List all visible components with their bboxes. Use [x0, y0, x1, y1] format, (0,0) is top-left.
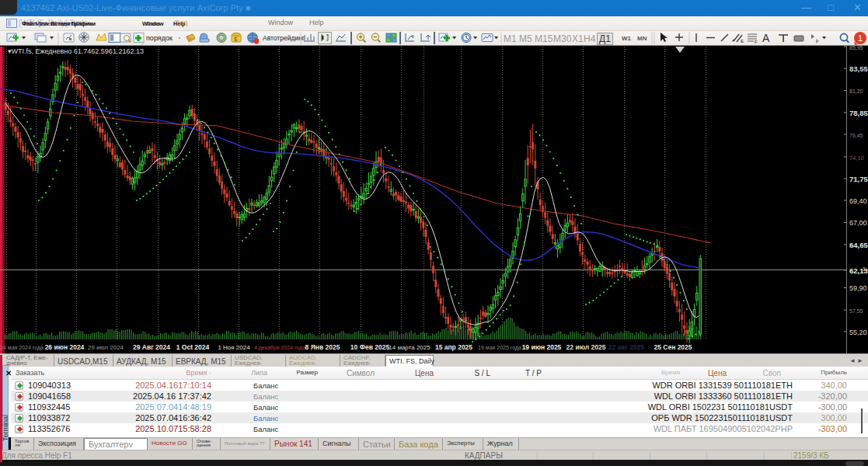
svg-text:74,10: 74,10: [849, 155, 864, 162]
svg-text:83,55: 83,55: [849, 64, 868, 73]
svg-text:15 апр 2025: 15 апр 2025: [435, 343, 472, 351]
svg-text:▾WTI.fs, Ежедневно 61.7462.596: ▾WTI.fs, Ежедневно 61.7462.5961.2162.13: [8, 47, 144, 55]
svg-text:71,75: 71,75: [849, 175, 868, 183]
svg-text:19 мая 2025 года: 19 мая 2025 года: [478, 345, 521, 351]
svg-text:69,40: 69,40: [849, 197, 867, 205]
svg-text:78,85: 78,85: [849, 109, 868, 117]
svg-text:26 июн 2024: 26 июн 2024: [45, 343, 85, 351]
svg-text:24 мая 2024 года: 24 мая 2024 года: [0, 345, 44, 351]
svg-text:1: 1: [863, 266, 866, 272]
svg-text:67,00: 67,00: [849, 219, 867, 227]
svg-text:14 марта 2025: 14 марта 2025: [389, 344, 431, 351]
svg-text:85,95: 85,95: [849, 45, 863, 50]
svg-text:25 Сен 2025: 25 Сен 2025: [654, 343, 692, 351]
svg-text:10 Фев 2025: 10 Фев 2025: [350, 343, 390, 351]
svg-text:4 декабря 2024 года: 4 декабря 2024 года: [254, 345, 305, 351]
svg-text:22 июл 2025: 22 июл 2025: [566, 343, 606, 351]
svg-text:59,90: 59,90: [849, 284, 867, 292]
svg-text:1 Ноя 2024: 1 Ноя 2024: [218, 344, 250, 351]
svg-text:57,55: 57,55: [849, 308, 863, 314]
svg-text:29 Авг 2024: 29 Авг 2024: [133, 343, 170, 351]
svg-text:19 июн 2025: 19 июн 2025: [522, 343, 562, 351]
svg-text:29 июл 2024: 29 июл 2024: [88, 344, 124, 351]
svg-text:64,65: 64,65: [849, 241, 868, 249]
svg-text:76,45: 76,45: [849, 133, 863, 138]
svg-text:22 авг 2025: 22 авг 2025: [608, 343, 645, 351]
svg-text:8 Янв 2025: 8 Янв 2025: [305, 343, 340, 351]
svg-text:81,20: 81,20: [849, 89, 863, 94]
svg-text:1 Oct 2024: 1 Oct 2024: [176, 343, 210, 351]
svg-text:55,20: 55,20: [849, 329, 867, 336]
